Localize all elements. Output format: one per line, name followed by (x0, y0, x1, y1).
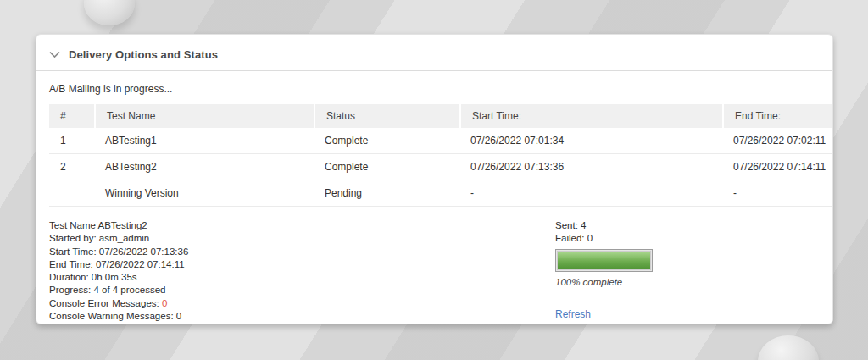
detail-end-time: End Time: 07/26/2022 07:14:11 (49, 258, 821, 271)
detail-started-by: Started by: asm_admin (49, 232, 821, 245)
column-header-end-time: End Time: (722, 104, 833, 128)
progress-caption: 100% complete (555, 276, 653, 289)
progress-bar-fill (558, 252, 650, 269)
delivery-options-panel: Delivery Options and Status A/B Mailing … (36, 34, 833, 324)
refresh-link[interactable]: Refresh (555, 308, 591, 321)
cell-start-time: - (459, 180, 722, 207)
console-warning-label: Console Warning Messages: (49, 311, 176, 321)
cell-end-time: 07/26/2022 07:02:11 (722, 128, 833, 154)
column-header-number: # (49, 104, 94, 128)
bottom-area: Test Name ABTesting2 Started by: asm_adm… (49, 219, 821, 323)
cell-status: Pending (314, 180, 459, 207)
cell-status: Complete (314, 128, 459, 154)
column-header-test-name: Test Name (94, 104, 314, 128)
cell-test-name: ABTesting2 (94, 154, 314, 180)
delivery-status-block: Sent: 4 Failed: 0 100% complete Refresh (555, 219, 653, 321)
decor-sphere-top (84, 0, 135, 25)
progress-bar (555, 249, 653, 272)
cell-number: 1 (49, 128, 94, 154)
console-error-label: Console Error Messages: (49, 298, 162, 308)
detail-progress: Progress: 4 of 4 processed (49, 284, 821, 296)
column-header-start-time: Start Time: (459, 104, 722, 128)
detail-start-time: Start Time: 07/26/2022 07:13:36 (49, 246, 821, 258)
console-error-count: 0 (162, 298, 167, 308)
decor-sphere-bottom (758, 335, 819, 360)
cell-status: Complete (314, 154, 459, 180)
section-header-delivery-options[interactable]: Delivery Options and Status (36, 35, 832, 71)
table-row: 2 ABTesting2 Complete 07/26/2022 07:13:3… (49, 154, 833, 180)
cell-test-name: ABTesting1 (94, 128, 314, 154)
cell-number: 2 (49, 154, 94, 180)
table-header-row: # Test Name Status Start Time: End Time: (49, 104, 833, 128)
cell-end-time: - (722, 180, 833, 207)
failed-count: Failed: 0 (555, 232, 653, 245)
test-details-block: Test Name ABTesting2 Started by: asm_adm… (49, 219, 821, 323)
console-warning-count: 0 (176, 311, 181, 321)
chevron-down-icon[interactable] (49, 51, 60, 58)
cell-number (49, 180, 94, 207)
cell-start-time: 07/26/2022 07:01:34 (459, 128, 722, 154)
cell-end-time: 07/26/2022 07:14:11 (722, 154, 833, 180)
ab-test-table: # Test Name Status Start Time: End Time:… (49, 104, 833, 207)
sent-count: Sent: 4 (555, 219, 653, 232)
column-header-status: Status (314, 104, 459, 128)
table-row: 1 ABTesting1 Complete 07/26/2022 07:01:3… (49, 128, 833, 154)
detail-console-warnings: Console Warning Messages: 0 (49, 310, 821, 323)
section-title: Delivery Options and Status (69, 48, 218, 61)
table-row: Winning Version Pending - - (49, 180, 833, 207)
mailing-status-message: A/B Mailing is in progress... (49, 83, 821, 95)
cell-test-name: Winning Version (94, 180, 314, 207)
detail-console-errors: Console Error Messages: 0 (49, 297, 821, 310)
cell-start-time: 07/26/2022 07:13:36 (459, 154, 722, 180)
detail-test-name: Test Name ABTesting2 (49, 219, 821, 232)
detail-duration: Duration: 0h 0m 35s (49, 271, 821, 284)
